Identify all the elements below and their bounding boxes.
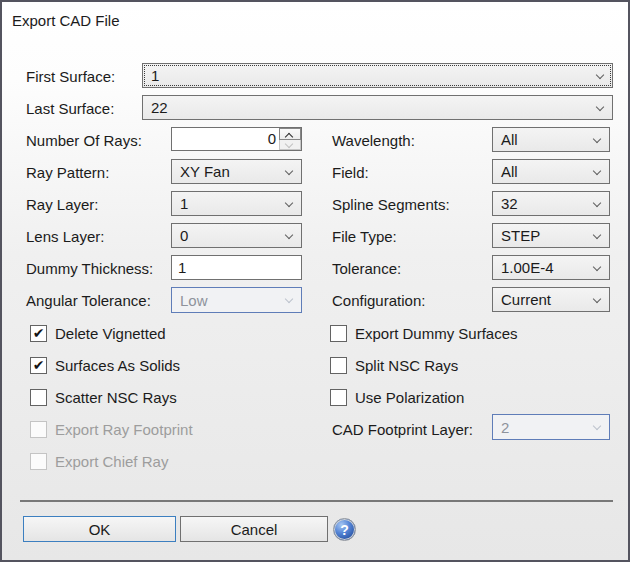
number-of-rays-label: Number Of Rays: <box>26 131 142 150</box>
file-type-dropdown[interactable]: STEP <box>492 223 610 248</box>
checkbox-label: Export Dummy Surfaces <box>355 325 518 342</box>
configuration-label: Configuration: <box>332 291 425 310</box>
chevron-down-icon <box>285 167 293 175</box>
field-value: All <box>501 163 518 180</box>
last-surface-dropdown[interactable]: 22 <box>142 95 613 120</box>
dummy-thickness-input[interactable]: 1 <box>171 255 302 280</box>
field-dropdown[interactable]: All <box>492 159 610 184</box>
tolerance-value: 1.00E-4 <box>501 259 554 276</box>
number-of-rays-value[interactable]: 0 <box>172 128 279 150</box>
wavelength-dropdown[interactable]: All <box>492 127 610 152</box>
chevron-down-icon <box>596 71 604 79</box>
lens-layer-value: 0 <box>180 227 188 244</box>
stepper-down-button <box>279 140 301 151</box>
checkbox-surfaces-as-solids[interactable]: ✔ Surfaces As Solids <box>30 356 180 374</box>
configuration-dropdown[interactable]: Current <box>492 287 610 312</box>
ok-button-label: OK <box>89 521 111 538</box>
checkbox-label: Use Polarization <box>355 389 464 406</box>
checkbox-use-polarization[interactable]: Use Polarization <box>330 388 464 406</box>
checkbox-label: Export Ray Footprint <box>55 421 193 438</box>
ray-layer-value: 1 <box>180 195 188 212</box>
angular-tolerance-value: Low <box>180 292 208 309</box>
first-surface-value: 1 <box>151 67 159 84</box>
file-type-label: File Type: <box>332 227 397 246</box>
lens-layer-dropdown[interactable]: 0 <box>171 223 302 248</box>
spline-segments-value: 32 <box>501 195 518 212</box>
checkbox-box <box>330 389 347 406</box>
ray-pattern-value: XY Fan <box>180 163 230 180</box>
checkbox-box <box>330 325 347 342</box>
cad-footprint-layer-dropdown: 2 <box>492 414 610 440</box>
checkbox-box <box>30 389 47 406</box>
spline-segments-dropdown[interactable]: 32 <box>492 191 610 216</box>
checkbox-box <box>330 357 347 374</box>
dialog-title: Export CAD File <box>12 12 120 29</box>
checkbox-export-dummy-surfaces[interactable]: Export Dummy Surfaces <box>330 324 518 342</box>
chevron-down-icon <box>593 263 601 271</box>
ok-button[interactable]: OK <box>23 516 176 542</box>
spline-segments-label: Spline Segments: <box>332 195 450 214</box>
chevron-down-icon <box>593 422 601 430</box>
chevron-down-icon <box>285 139 293 147</box>
angular-tolerance-label: Angular Tolerance: <box>26 291 151 310</box>
wavelength-value: All <box>501 131 518 148</box>
angular-tolerance-dropdown: Low <box>171 287 302 313</box>
checkbox-scatter-nsc-rays[interactable]: Scatter NSC Rays <box>30 388 177 406</box>
chevron-down-icon <box>285 231 293 239</box>
chevron-down-icon <box>593 135 601 143</box>
checkbox-export-ray-footprint: Export Ray Footprint <box>30 420 193 438</box>
checkbox-export-chief-ray: Export Chief Ray <box>30 452 168 470</box>
checkbox-split-nsc-rays[interactable]: Split NSC Rays <box>330 356 458 374</box>
ray-layer-dropdown[interactable]: 1 <box>171 191 302 216</box>
checkbox-box <box>30 453 47 470</box>
cancel-button-label: Cancel <box>231 521 278 538</box>
chevron-down-icon <box>285 295 293 303</box>
chevron-down-icon <box>285 199 293 207</box>
checkmark-icon: ✔ <box>33 358 45 372</box>
checkbox-label: Export Chief Ray <box>55 453 168 470</box>
last-surface-label: Last Surface: <box>26 99 114 118</box>
cad-footprint-layer-value: 2 <box>501 419 509 436</box>
chevron-down-icon <box>593 231 601 239</box>
chevron-down-icon <box>593 295 601 303</box>
cancel-button[interactable]: Cancel <box>180 516 328 542</box>
checkbox-box <box>30 421 47 438</box>
checkbox-label: Delete Vignetted <box>55 325 166 342</box>
configuration-value: Current <box>501 291 551 308</box>
ray-pattern-dropdown[interactable]: XY Fan <box>171 159 302 184</box>
ray-layer-label: Ray Layer: <box>26 195 99 214</box>
tolerance-dropdown[interactable]: 1.00E-4 <box>492 255 610 280</box>
checkbox-delete-vignetted[interactable]: ✔ Delete Vignetted <box>30 324 166 342</box>
dummy-thickness-label: Dummy Thickness: <box>26 259 153 278</box>
field-label: Field: <box>332 163 369 182</box>
help-button[interactable]: ? <box>333 518 356 541</box>
checkbox-box: ✔ <box>30 357 47 374</box>
checkbox-label: Split NSC Rays <box>355 357 458 374</box>
number-of-rays-stepper[interactable]: 0 <box>171 127 302 151</box>
question-mark-icon: ? <box>340 522 349 538</box>
ray-pattern-label: Ray Pattern: <box>26 163 109 182</box>
file-type-value: STEP <box>501 227 540 244</box>
wavelength-label: Wavelength: <box>332 131 415 150</box>
last-surface-value: 22 <box>151 99 168 116</box>
first-surface-dropdown[interactable]: 1 <box>142 63 613 88</box>
chevron-down-icon <box>593 199 601 207</box>
chevron-down-icon <box>596 103 604 111</box>
export-cad-file-dialog: Export CAD File First Surface: 1 Last Su… <box>0 0 630 562</box>
first-surface-label: First Surface: <box>26 67 115 86</box>
checkbox-label: Scatter NSC Rays <box>55 389 177 406</box>
chevron-down-icon <box>593 167 601 175</box>
checkmark-icon: ✔ <box>33 326 45 340</box>
checkbox-box: ✔ <box>30 325 47 342</box>
dummy-thickness-value: 1 <box>178 259 186 276</box>
stepper-up-button[interactable] <box>279 128 301 140</box>
cad-footprint-layer-label: CAD Footprint Layer: <box>332 420 473 439</box>
checkbox-label: Surfaces As Solids <box>55 357 180 374</box>
footer-divider <box>20 500 613 502</box>
tolerance-label: Tolerance: <box>332 259 401 278</box>
lens-layer-label: Lens Layer: <box>26 227 104 246</box>
stepper-buttons <box>279 128 301 150</box>
